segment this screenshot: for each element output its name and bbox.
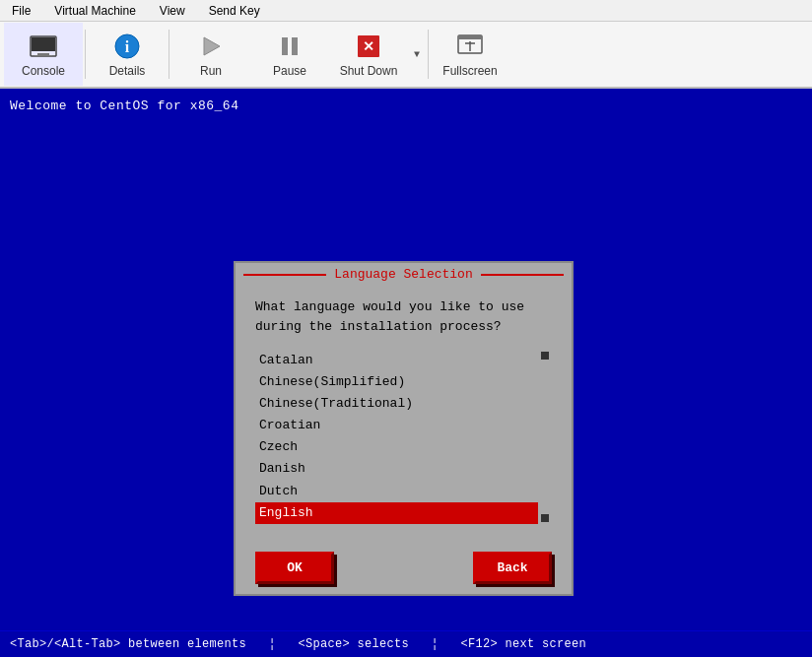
list-item[interactable]: Chinese(Traditional) (255, 393, 538, 415)
fullscreen-label: Fullscreen (442, 64, 497, 78)
details-label: Details (109, 64, 146, 78)
title-line-left (243, 274, 326, 276)
dialog-buttons: OK Back (236, 552, 572, 594)
menu-send-key[interactable]: Send Key (205, 2, 264, 20)
shutdown-group: ✕ Shut Down ▼ (329, 23, 426, 86)
run-label: Run (200, 64, 222, 78)
scrollbar-up[interactable] (541, 352, 549, 360)
toolbar-separator-2 (169, 30, 169, 79)
menu-bar: File Virtual Machine View Send Key (0, 0, 812, 22)
svg-rect-12 (458, 35, 482, 39)
svg-text:✕: ✕ (363, 38, 374, 54)
vm-screen: Welcome to CentOS for x86_64 Language Se… (0, 89, 812, 657)
svg-rect-8 (292, 37, 298, 55)
list-item[interactable]: Catalan (255, 350, 538, 371)
pause-button[interactable]: Pause (250, 23, 329, 86)
dialog-title: Language Selection (326, 267, 480, 282)
menu-virtual-machine[interactable]: Virtual Machine (50, 2, 140, 20)
welcome-text: Welcome to CentOS for x86_64 (10, 99, 802, 113)
shutdown-icon: ✕ (353, 31, 384, 62)
menu-view[interactable]: View (156, 2, 189, 20)
details-button[interactable]: i Details (88, 23, 167, 86)
shutdown-button[interactable]: ✕ Shut Down (329, 23, 408, 86)
list-item-english[interactable]: English (255, 502, 538, 524)
dialog-title-bar: Language Selection (236, 263, 572, 286)
fullscreen-button[interactable]: Fullscreen (431, 23, 509, 86)
console-icon (28, 31, 59, 62)
fullscreen-icon (454, 31, 486, 62)
title-line-right (481, 274, 564, 276)
list-item[interactable]: Czech (255, 436, 538, 458)
dialog-content: What language would you like to use duri… (236, 286, 572, 552)
svg-rect-3 (34, 55, 52, 56)
shutdown-label: Shut Down (340, 64, 398, 78)
language-dialog: Language Selection What language would y… (234, 261, 574, 596)
console-button[interactable]: Console (4, 23, 83, 86)
back-button[interactable]: Back (473, 552, 552, 584)
run-button[interactable]: Run (171, 23, 250, 86)
dialog-question: What language would you like to use duri… (255, 297, 552, 336)
ok-button[interactable]: OK (255, 552, 334, 584)
shutdown-dropdown-arrow[interactable]: ▼ (408, 23, 426, 86)
language-list-container: Catalan Chinese(Simplified) Chinese(Trad… (255, 350, 552, 524)
svg-rect-7 (282, 37, 288, 55)
svg-marker-6 (204, 37, 220, 55)
svg-rect-2 (37, 53, 49, 55)
pause-label: Pause (273, 64, 306, 78)
svg-rect-1 (32, 37, 55, 51)
toolbar: Console i Details Run Pause (0, 22, 812, 89)
run-icon (195, 31, 227, 62)
svg-text:i: i (125, 38, 130, 55)
list-item[interactable]: Chinese(Simplified) (255, 371, 538, 393)
status-bar: <Tab>/<Alt-Tab> between elements ¦ <Spac… (0, 630, 812, 657)
language-list: Catalan Chinese(Simplified) Chinese(Trad… (255, 350, 538, 524)
list-item[interactable]: Croatian (255, 415, 538, 436)
menu-file[interactable]: File (8, 2, 34, 20)
toolbar-separator-1 (85, 30, 86, 79)
scrollbar-down[interactable] (541, 514, 549, 522)
list-item[interactable]: Danish (255, 458, 538, 480)
list-item[interactable]: Dutch (255, 481, 538, 502)
toolbar-separator-3 (428, 30, 429, 79)
console-label: Console (22, 64, 65, 78)
details-icon: i (111, 31, 143, 62)
pause-icon (274, 31, 305, 62)
